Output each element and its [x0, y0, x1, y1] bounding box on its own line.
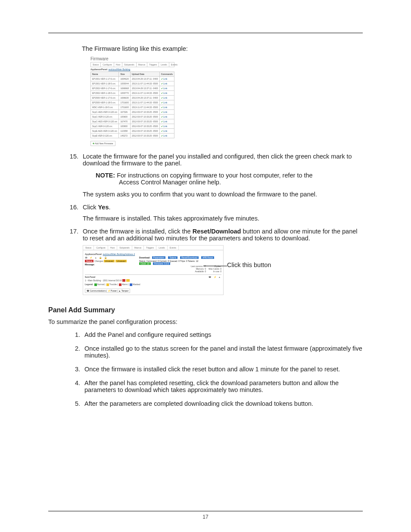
parameters-button[interactable]: Parameters [152, 256, 166, 259]
summary-item: Once installed go to the status screen f… [82, 345, 363, 359]
table-row: EP2500-VER-1-17-6.crc16966302013-04-29 1… [91, 96, 174, 100]
note-block: NOTE: For instructions on copying firmwa… [96, 172, 363, 186]
step-16: Click Yes. The firmware is installed. Th… [80, 204, 363, 222]
summary-list: Add the Panel and configure required set… [78, 331, 363, 407]
step-15: Locate the firmware for the panel you in… [80, 153, 363, 198]
summary-item: After the parameters are completed downl… [82, 400, 363, 407]
table-row: ScpE-VER-3-120.crc1452722012-03-07 10:33… [91, 134, 174, 138]
table-row: ScpC-AES-VER-3-120.crc1674702012-03-07 1… [91, 119, 174, 124]
table-row: ScpC-VER-3-120.crc1009002012-03-07 10:33… [91, 124, 174, 129]
page-number: 17 [0, 514, 411, 520]
table-row: ScpC-VER-3-120.crc1006002012-03-07 10:33… [91, 115, 174, 119]
table-row: EP1501-VER-1-18-5.crc10000442013-11-07 1… [91, 81, 174, 86]
summary-intro: To summarize the panel configuration pro… [48, 318, 363, 325]
reset-download-button[interactable]: Reset/Download [180, 256, 199, 259]
table-row: EP1502-VER-1-18-5.crc10007702013-11-07 1… [91, 91, 174, 96]
firmware-table: NameSizeUpload DateCommands EP1501-VER-1… [90, 72, 174, 138]
intro-text: The Firmware listing like this example: [82, 45, 363, 52]
step-17: Once the firmware is installed, click th… [80, 228, 363, 295]
callout-label: Click this button [227, 261, 271, 268]
tokens-button[interactable]: Tokens [168, 256, 177, 259]
table-row: EP2500-VER-1-18-5.crc17016002013-11-07 1… [91, 100, 174, 105]
summary-item: Once the firmware is installed click the… [82, 366, 363, 373]
firmware-title: Firmware [90, 56, 174, 61]
add-firmware-button[interactable]: ✚ Add New Firmware [90, 141, 115, 146]
summary-item: After the panel has completed resetting,… [82, 380, 363, 393]
table-row: ScpC-AES-VER-3-120.crc1673262012-03-07 1… [91, 110, 174, 115]
table-row: M5IC-VER-1-18-5.crc17016002013-11-07 11:… [91, 105, 174, 110]
firmware-tabs: StatusConfigureHostSubpanelsMacrosTrigge… [90, 62, 174, 67]
summary-heading: Panel Add Summary [48, 306, 363, 314]
table-row: EP1501-VER-1-17-6.crc16946202013-04-29 1… [91, 77, 174, 81]
status-screenshot: StatusConfigureHostSubpanelsMacrosTrigge… [83, 245, 224, 295]
table-row: ScpE-AES-VER-3-120.crc1103582012-03-07 1… [91, 129, 174, 134]
firmware-screenshot: Firmware StatusConfigureHostSubpanelsMac… [90, 56, 174, 146]
summary-item: Add the Panel and configure required set… [82, 331, 363, 338]
table-row: EP1502-VER-1-17-6.crc16969682013-04-29 1… [91, 86, 174, 91]
apb-reset-button[interactable]: APB Reset [201, 256, 214, 259]
